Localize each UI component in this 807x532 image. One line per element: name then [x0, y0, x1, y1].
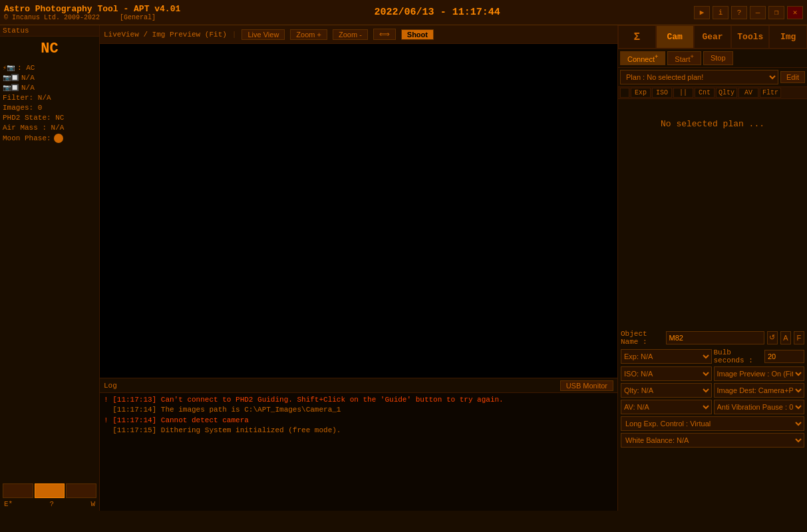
tab-gear[interactable]: Gear — [694, 25, 732, 49]
stop-tab[interactable]: Stop — [703, 51, 733, 65]
object-name-label: Object Name : — [621, 330, 663, 346]
plan-row: Plan : No selected plan! Edit — [618, 68, 807, 87]
object-refresh-button[interactable]: ↺ — [767, 331, 778, 344]
dir-center-button[interactable] — [35, 483, 65, 498]
no-plan-text: No selected plan ... — [618, 99, 807, 149]
moon-icon — [54, 134, 63, 143]
zoom-out-button[interactable]: Zoom - — [333, 29, 368, 40]
spacer — [618, 149, 807, 327]
power-status: ⚡📷 : AC — [3, 64, 96, 72]
image-preview-select[interactable]: Image Preview : On (Fit) — [714, 366, 805, 381]
col-iso: ISO — [652, 88, 672, 98]
close-button[interactable]: ✕ — [787, 6, 803, 19]
fit-button[interactable]: ⟺ — [373, 29, 396, 40]
plan-edit-button[interactable]: Edit — [780, 71, 805, 83]
usb-monitor-button[interactable]: USB Monitor — [560, 380, 613, 391]
exp-item: Exp: N/A — [621, 348, 712, 364]
direction-buttons — [3, 483, 96, 498]
qlty-item: Qlty: N/A — [621, 383, 712, 398]
preview-title: LiveView / Img Preview (Fit) — [104, 31, 227, 39]
power-icon: ⚡📷 — [3, 64, 15, 72]
tab-sigma[interactable]: Σ — [618, 25, 656, 49]
sub-tabs: Connect+ Start+ Stop — [618, 49, 807, 68]
filter-status: Filter: N/A — [3, 94, 96, 102]
qlty-select[interactable]: Qlty: N/A — [621, 383, 712, 398]
tab-tools[interactable]: Tools — [731, 25, 769, 49]
info-button[interactable]: i — [713, 6, 728, 19]
log-content: ! [11:17:13] Can't connect to PHD2 Guidi… — [100, 393, 617, 511]
col-exp: Exp — [631, 88, 651, 98]
white-balance-row: White Balance: N/A — [621, 433, 804, 448]
exp-select[interactable]: Exp: N/A — [621, 349, 712, 364]
tab-img[interactable]: Img — [769, 25, 807, 49]
images-status: Images: 0 — [3, 104, 96, 112]
center-area: LiveView / Img Preview (Fit) | Live View… — [100, 25, 617, 511]
restore-button[interactable]: ❐ — [768, 6, 784, 19]
air-mass-status: Air Mass : N/A — [3, 124, 96, 132]
iso-select[interactable]: ISO: N/A — [621, 366, 712, 381]
preview-header: LiveView / Img Preview (Fit) | Live View… — [100, 25, 617, 44]
preview-canvas — [100, 44, 617, 378]
zoom-in-button[interactable]: Zoom + — [290, 29, 327, 40]
direction-labels: E* ? W — [3, 500, 96, 508]
dir-e-label: E* — [4, 500, 13, 508]
column-headers: Exp ISO || Cnt Qlty AV Fltr — [618, 87, 807, 99]
col-qlty: Qlty — [716, 88, 737, 98]
image-dest-select[interactable]: Image Dest: Camera+PC — [714, 383, 805, 398]
image-dest-item: Image Dest: Camera+PC — [714, 383, 805, 398]
lens-icon: 📷🔲 — [3, 84, 19, 92]
camera-icon: 📷🔲 — [3, 74, 19, 82]
log-line: ! [11:17:14] Cannot detect camera — [104, 416, 613, 426]
titlebar: Astro Photography Tool - APT v4.01 © Inc… — [0, 0, 807, 25]
bulb-input[interactable] — [764, 350, 804, 363]
status-nc: NC — [0, 37, 99, 61]
datetime-display: 2022/06/13 - 11:17:44 — [375, 7, 500, 18]
col-av: AV — [738, 88, 758, 98]
live-view-button[interactable]: Live View — [242, 29, 285, 40]
object-f-button[interactable]: F — [794, 331, 804, 344]
right-tabs: Σ Cam Gear Tools Img — [618, 25, 807, 49]
shoot-button[interactable]: Shoot — [401, 29, 434, 40]
start-tab[interactable]: Start+ — [667, 51, 701, 65]
dir-right-button[interactable] — [66, 483, 96, 498]
tab-cam[interactable]: Cam — [656, 25, 694, 49]
long-exp-row: Long Exp. Control : Virtual — [621, 416, 804, 431]
main-layout: Status NC ⚡📷 : AC 📷🔲 N/A 📷🔲 N/A Filter: … — [0, 25, 807, 511]
anti-vib-select[interactable]: Anti Vibration Pause : 0s — [714, 400, 805, 414]
log-line: ! [11:17:13] Can't connect to PHD2 Guidi… — [104, 395, 613, 405]
log-area: Log USB Monitor ! [11:17:13] Can't conne… — [100, 378, 617, 511]
white-balance-select[interactable]: White Balance: N/A — [621, 433, 804, 448]
app-title: Astro Photography Tool - APT v4.01 — [4, 4, 180, 14]
col-check — [620, 88, 629, 98]
bulb-item: Bulb seconds : — [714, 348, 805, 364]
iso-item: ISO: N/A — [621, 366, 712, 381]
anti-vib-item: Anti Vibration Pause : 0s — [714, 400, 805, 414]
right-panel-content: Connect+ Start+ Stop Plan : No selected … — [618, 49, 807, 511]
long-exp-select[interactable]: Long Exp. Control : Virtual — [621, 416, 804, 431]
av-select[interactable]: AV: N/A — [621, 400, 712, 414]
object-name-row: Object Name : M82 ↺ A F — [621, 330, 804, 346]
connect-tab[interactable]: Connect+ — [620, 51, 665, 65]
object-name-input[interactable]: M82 — [666, 331, 764, 344]
object-a-button[interactable]: A — [780, 331, 791, 344]
moon-phase-status: Moon Phase: — [3, 134, 96, 143]
direction-bar: E* ? W — [0, 481, 99, 511]
right-panel: Σ Cam Gear Tools Img Connect+ Start+ Sto… — [617, 25, 807, 511]
log-title: Log — [104, 382, 117, 390]
status-items: ⚡📷 : AC 📷🔲 N/A 📷🔲 N/A Filter: N/A Images… — [0, 61, 99, 481]
dir-w-label: W — [90, 500, 95, 508]
titlebar-left: Astro Photography Tool - APT v4.01 © Inc… — [4, 4, 180, 21]
window-controls: ▶ i ? — ❐ ✕ — [694, 6, 803, 19]
lens-status: 📷🔲 N/A — [3, 84, 96, 92]
minimize-button[interactable]: — — [750, 6, 766, 19]
col-pipe: || — [673, 88, 693, 98]
log-line: [11:17:15] Dithering System initialized … — [104, 426, 613, 436]
col-cnt: Cnt — [695, 88, 715, 98]
help-button[interactable]: ? — [731, 6, 747, 19]
plan-select[interactable]: Plan : No selected plan! — [620, 70, 778, 84]
dir-left-button[interactable] — [3, 483, 33, 498]
log-line: [11:17:14] The images path is C:\APT_Ima… — [104, 405, 613, 415]
status-header: Status — [0, 25, 99, 37]
phd2-status: PHD2 State: NC — [3, 114, 96, 122]
play-button[interactable]: ▶ — [694, 6, 710, 19]
